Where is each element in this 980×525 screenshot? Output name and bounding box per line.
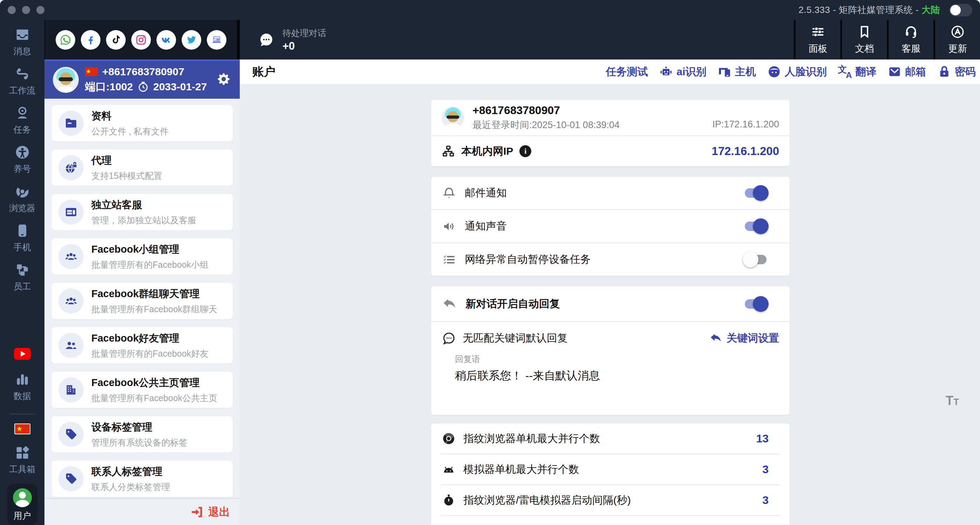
header-link-mailbox[interactable]: 邮箱 <box>888 65 926 79</box>
account-info-card: +8617683780907 最近登录时间:2025-10-01 08:39:0… <box>431 100 790 166</box>
info-icon[interactable]: i <box>519 145 531 157</box>
support-button[interactable]: 客服 <box>889 20 934 59</box>
menu-item-proxy[interactable]: 代理支持15种模式配置 <box>51 150 233 186</box>
twitter-icon[interactable] <box>181 30 201 50</box>
expiry-clock-icon <box>137 81 149 93</box>
keyword-settings-button[interactable]: 关键词设置 <box>709 331 779 345</box>
sidebar-item-phone[interactable]: 手机 <box>14 223 31 253</box>
text-format-icon[interactable]: TT <box>946 393 959 408</box>
bell-icon <box>442 186 457 200</box>
sidebar-item-messages[interactable]: 消息 <box>14 27 31 57</box>
header-link-task-test[interactable]: 任务测试 <box>606 65 648 79</box>
face-icon <box>767 65 781 79</box>
sidebar-item-data[interactable]: 数据 <box>14 372 31 402</box>
page-title: 账户 <box>252 64 275 80</box>
notification-settings-card: 邮件通知 通知声音 网络异常自动暂停设备任务 <box>431 177 790 276</box>
menu-item-fb-groups[interactable]: Facebook小组管理批量管理所有的Facebook小组 <box>51 239 233 275</box>
building-icon <box>64 383 78 397</box>
inbox-icon <box>15 27 30 42</box>
network-pause-switch[interactable] <box>745 255 767 264</box>
pending-chats-count: +0 <box>282 40 326 52</box>
menu-item-fb-friends[interactable]: Facebook好友管理批量管理所有的Facebook好友 <box>51 327 233 364</box>
menu-item-fb-pages[interactable]: Facebook公共主页管理批量管理所有Facebook公共主页 <box>51 372 233 408</box>
chat-outline-icon <box>442 331 457 345</box>
launch-interval-value[interactable]: 3 <box>762 494 768 507</box>
zoom-window-button[interactable] <box>37 6 45 14</box>
people-icon <box>64 339 78 352</box>
menu-item-device-tags[interactable]: 设备标签管理管理所有系统设备的标签 <box>51 416 233 453</box>
whatsapp-icon[interactable] <box>56 30 75 50</box>
auto-reply-switch[interactable] <box>745 299 767 309</box>
sliders-icon <box>811 24 825 39</box>
public-ip: IP:172.16.1.200 <box>712 119 779 135</box>
chat-bubble-icon <box>258 32 275 48</box>
window-titlebar: 2.5.333 - 矩阵社媒管理系统 - 大陆 <box>0 0 980 20</box>
sidebar-item-user-active[interactable]: 用户 <box>7 484 37 525</box>
account-settings-button[interactable] <box>216 72 231 88</box>
no-match-row: 无匹配关键词默认回复 关键词设置 <box>431 322 790 351</box>
sidebar-item-toolbox[interactable]: 工具箱 <box>9 445 35 475</box>
mail-notify-switch[interactable] <box>745 188 767 198</box>
emulator-dir-label: 模拟器命令目录 <box>431 516 790 525</box>
android-icon <box>442 462 456 476</box>
reply-icon <box>709 331 722 345</box>
account-avatar <box>53 67 79 93</box>
header-link-translate[interactable]: 文A 翻译 <box>838 65 877 79</box>
limit-row-interval: 指纹浏览器/雷电模拟器启动间隔(秒) 3 <box>431 485 790 515</box>
sidebar-item-browser[interactable]: 浏览器 <box>9 184 35 214</box>
no-match-label: 无匹配关键词默认回复 <box>463 331 568 345</box>
header-link-ai-recognition[interactable]: ai识别 <box>659 65 706 79</box>
social-icons-strip <box>45 20 240 59</box>
limit-row-emulator: 模拟器单机最大并行个数 3 <box>431 454 790 484</box>
header-link-password[interactable]: 密码 <box>937 65 976 79</box>
sidebar-item-staff[interactable]: 员工 <box>14 262 31 292</box>
groups-icon <box>64 250 78 264</box>
logout-button[interactable]: 退出 <box>190 505 230 519</box>
laptop-icon[interactable] <box>207 30 226 50</box>
update-button[interactable]: 更新 <box>935 20 980 59</box>
sidebar-item-tasks[interactable]: 任务 <box>14 105 31 135</box>
account-summary-card: ★ +8617683780907 端口:1002 2033-01-27 <box>45 59 240 99</box>
web-layout-icon <box>64 205 78 219</box>
lan-ip-value: 172.16.1.200 <box>711 145 779 158</box>
menu-item-contact-tags[interactable]: 联系人标签管理联系人分类标签管理 <box>51 461 233 497</box>
speaker-icon <box>442 219 457 234</box>
menu-item-site-service[interactable]: 独立站客服管理，添加独立站以及客服 <box>51 194 233 230</box>
vk-icon[interactable] <box>156 30 176 50</box>
pending-chats-tile[interactable]: 待处理对话 +0 <box>240 20 794 59</box>
youtube-icon[interactable] <box>14 348 31 360</box>
lan-ip-label: 本机内网IP <box>461 144 513 159</box>
titlebar-toggle[interactable] <box>949 4 972 16</box>
header-link-host[interactable]: 主机 <box>718 65 756 79</box>
window-controls[interactable] <box>8 6 45 14</box>
docs-button[interactable]: 文档 <box>842 20 887 59</box>
sidebar-item-nurture[interactable]: 养号 <box>14 145 31 175</box>
limits-card: 指纹浏览器单机最大并行个数 13 模拟器单机最大并行个数 3 指纹浏览器/雷电模… <box>431 423 790 525</box>
window-title: 2.5.333 - 矩阵社媒管理系统 - 大陆 <box>799 4 940 16</box>
lock-icon <box>937 65 951 79</box>
pending-chats-label: 待处理对话 <box>282 27 326 39</box>
instagram-icon[interactable] <box>131 30 151 50</box>
sidebar-divider <box>9 414 36 414</box>
main-area: 待处理对话 +0 面板 文档 客服 更新 账户 <box>240 20 980 525</box>
sound-notify-switch[interactable] <box>745 221 767 231</box>
menu-item-fb-groupchat[interactable]: Facebook群组聊天管理批量管理所有Facebook群组聊天 <box>51 283 233 319</box>
sidebar-item-workflow[interactable]: 工作流 <box>9 66 35 96</box>
user-avatar-icon <box>13 488 32 507</box>
account-avatar-small <box>442 107 464 129</box>
browser-parallel-value[interactable]: 13 <box>756 432 768 445</box>
reply-caption: 回复语 <box>431 351 790 365</box>
minimize-window-button[interactable] <box>22 6 30 14</box>
menu-item-files[interactable]: 资料公开文件 , 私有文件 <box>51 105 233 142</box>
panel-button[interactable]: 面板 <box>795 20 840 59</box>
emulator-parallel-value[interactable]: 3 <box>762 463 768 476</box>
region-label: 大陆 <box>921 5 940 15</box>
bookmark-icon <box>857 24 872 39</box>
tiktok-icon[interactable] <box>106 30 126 50</box>
cn-flag-icon: ★ <box>85 68 98 76</box>
facebook-icon[interactable] <box>81 30 100 50</box>
header-link-face-recognition[interactable]: 人脸识别 <box>767 65 827 79</box>
china-flag-icon[interactable]: ★ <box>14 423 30 434</box>
checklist-icon <box>442 252 457 267</box>
close-window-button[interactable] <box>8 6 16 14</box>
